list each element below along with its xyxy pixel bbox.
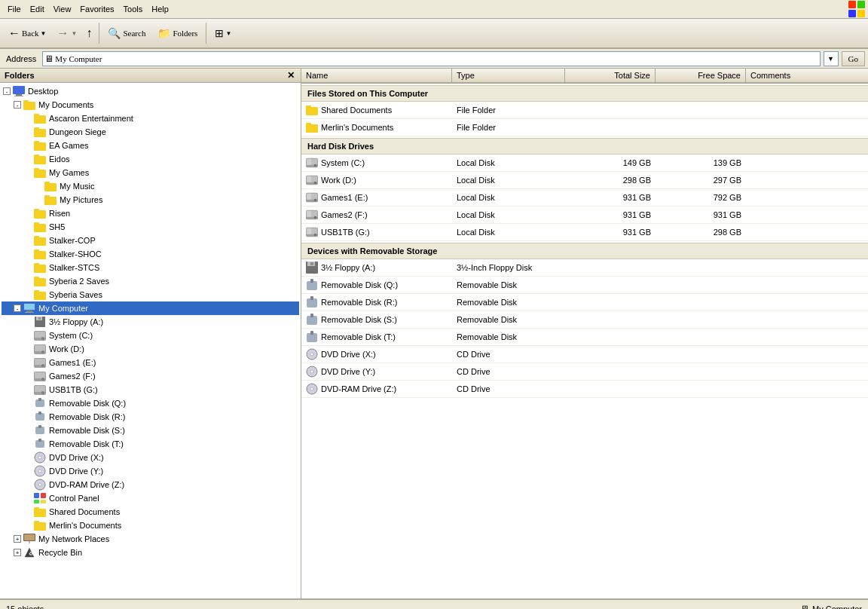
tree-item-usb1g[interactable]: USB1TB (G:) bbox=[2, 383, 299, 396]
svg-rect-82 bbox=[24, 534, 35, 540]
content-cell-totalsize: 931 GB bbox=[565, 210, 656, 220]
content-cell-totalsize bbox=[565, 388, 656, 390]
content-cell-name: Removable Disk (S:) bbox=[301, 313, 452, 326]
svg-rect-26 bbox=[34, 222, 39, 225]
tree-item-eagames[interactable]: EA Games bbox=[2, 139, 299, 152]
tree-item-desktop[interactable]: -Desktop bbox=[2, 84, 299, 98]
tree-item-stalkercop[interactable]: Stalker-COP bbox=[2, 234, 299, 247]
tree-label-sh5: SH5 bbox=[49, 222, 65, 231]
content-row[interactable]: Shared DocumentsFile Folder bbox=[301, 102, 868, 119]
tree-item-mynetwork[interactable]: +My Network Places bbox=[2, 532, 299, 546]
content-row[interactable]: DVD Drive (Y:)CD Drive bbox=[301, 363, 868, 381]
col-header-type[interactable]: Type bbox=[452, 69, 565, 82]
tree-label-controlpanel: Control Panel bbox=[49, 494, 99, 503]
col-header-comments[interactable]: Comments bbox=[746, 69, 868, 82]
content-cell-totalsize: 298 GB bbox=[565, 175, 656, 185]
tree-item-mycomp[interactable]: -My Computer bbox=[2, 301, 299, 315]
tree-item-mygames[interactable]: My Games bbox=[2, 166, 299, 179]
search-button[interactable]: 🔍 Search bbox=[102, 24, 151, 43]
content-row[interactable]: Removable Disk (S:)Removable Disk bbox=[301, 311, 868, 329]
content-row[interactable]: Removable Disk (Q:)Removable Disk bbox=[301, 277, 868, 294]
tree-item-risen[interactable]: Risen bbox=[2, 207, 299, 220]
content-row[interactable]: DVD Drive (X:)CD Drive bbox=[301, 346, 868, 363]
tree-item-remq[interactable]: Removable Disk (Q:) bbox=[2, 396, 299, 410]
section-header-hard-disk-drives: Hard Disk Drives bbox=[301, 138, 868, 155]
tree-item-shareddocs[interactable]: Shared Documents bbox=[2, 505, 299, 519]
content-row[interactable]: DVD-RAM Drive (Z:)CD Drive bbox=[301, 381, 868, 398]
tree-item-stalkershoc[interactable]: Stalker-SHOC bbox=[2, 247, 299, 261]
content-row[interactable]: Removable Disk (T:)Removable Disk bbox=[301, 329, 868, 346]
menu-help[interactable]: Help bbox=[147, 3, 173, 15]
svg-rect-51 bbox=[35, 359, 45, 365]
content-row[interactable]: Games2 (F:)Local Disk931 GB931 GB bbox=[301, 207, 868, 224]
tree-item-floppy[interactable]: 3½ Floppy (A:) bbox=[2, 315, 299, 329]
svg-rect-24 bbox=[34, 209, 39, 211]
content-row[interactable]: 3½ Floppy (A:)3½-Inch Floppy Disk bbox=[301, 259, 868, 277]
forward-button[interactable]: → ▼ bbox=[53, 23, 81, 43]
tree-item-stalkersts[interactable]: Stalker-STCS bbox=[2, 261, 299, 274]
menu-favorites[interactable]: Favorites bbox=[75, 3, 118, 15]
col-header-name[interactable]: Name bbox=[301, 69, 452, 82]
menu-file[interactable]: File bbox=[3, 3, 26, 15]
expand-btn-mycomp[interactable]: - bbox=[14, 304, 21, 312]
tree-item-merlindocs[interactable]: Merlin's Documents bbox=[2, 519, 299, 532]
content-cell-totalsize bbox=[565, 371, 656, 372]
tree-item-syberia[interactable]: Syberia Saves bbox=[2, 288, 299, 301]
content-cell-comments bbox=[746, 371, 868, 372]
tree-item-controlpanel[interactable]: Control Panel bbox=[2, 491, 299, 505]
up-button[interactable]: ↑ bbox=[82, 23, 96, 43]
menu-view[interactable]: View bbox=[49, 3, 76, 15]
content-cell-name: 3½ Floppy (A:) bbox=[301, 261, 452, 274]
tree-item-eidos[interactable]: Eidos bbox=[2, 152, 299, 166]
tree-label-ascaron: Ascaron Entertainment bbox=[49, 114, 133, 123]
content-row[interactable]: Games1 (E:)Local Disk931 GB792 GB bbox=[301, 189, 868, 207]
col-header-freespace[interactable]: Free Space bbox=[656, 69, 746, 82]
content-cell-type: Local Disk bbox=[452, 227, 565, 237]
expand-btn-mynetwork[interactable]: + bbox=[14, 535, 21, 543]
content-row[interactable]: Work (D:)Local Disk298 GB297 GB bbox=[301, 172, 868, 189]
menu-tools[interactable]: Tools bbox=[119, 3, 148, 15]
address-dropdown[interactable]: ▼ bbox=[824, 51, 839, 66]
tree-item-games1e[interactable]: Games1 (E:) bbox=[2, 356, 299, 369]
tree-item-games2f[interactable]: Games2 (F:) bbox=[2, 369, 299, 383]
tree-item-dvdy[interactable]: DVD Drive (Y:) bbox=[2, 464, 299, 478]
tree-item-sysc[interactable]: System (C:) bbox=[2, 329, 299, 342]
views-button[interactable]: ⊞ ▼ bbox=[209, 24, 237, 42]
tree-item-dvdx[interactable]: DVD Drive (X:) bbox=[2, 451, 299, 464]
content-cell-name: Games2 (F:) bbox=[301, 208, 452, 222]
tree-item-recycle[interactable]: +♻Recycle Bin bbox=[2, 546, 299, 559]
tree-label-syberia: Syberia Saves bbox=[49, 290, 102, 299]
tree-item-dungeon[interactable]: Dungeon Siege bbox=[2, 125, 299, 139]
content-cell-freespace bbox=[656, 267, 746, 268]
svg-rect-93 bbox=[307, 159, 311, 165]
tree-item-mypics[interactable]: My Pictures bbox=[2, 193, 299, 207]
folders-tree: -Desktop-My DocumentsAscaron Entertainme… bbox=[0, 83, 301, 598]
folders-button[interactable]: 📁 Folders bbox=[152, 24, 203, 43]
go-button[interactable]: Go bbox=[842, 51, 865, 66]
tree-item-ascaron[interactable]: Ascaron Entertainment bbox=[2, 112, 299, 125]
content-row[interactable]: Removable Disk (R:)Removable Disk bbox=[301, 294, 868, 311]
menu-edit[interactable]: Edit bbox=[26, 3, 49, 15]
tree-label-mymusic: My Music bbox=[60, 182, 94, 191]
back-button[interactable]: ← Back ▼ bbox=[3, 23, 52, 43]
tree-item-remr[interactable]: Removable Disk (R:) bbox=[2, 410, 299, 424]
tree-item-syberia2[interactable]: Syberia 2 Saves bbox=[2, 274, 299, 288]
content-row[interactable]: USB1TB (G:)Local Disk931 GB298 GB bbox=[301, 224, 868, 241]
content-row[interactable]: Merlin's DocumentsFile Folder bbox=[301, 119, 868, 136]
tree-item-mydocs[interactable]: -My Documents bbox=[2, 98, 299, 112]
folders-close-button[interactable]: ✕ bbox=[286, 70, 296, 81]
svg-text:♻: ♻ bbox=[29, 551, 33, 556]
tree-item-sh5[interactable]: SH5 bbox=[2, 220, 299, 234]
tree-item-remt[interactable]: Removable Disk (T:) bbox=[2, 437, 299, 451]
tree-item-dvdramz[interactable]: DVD-RAM Drive (Z:) bbox=[2, 478, 299, 491]
content-cell-type: File Folder bbox=[452, 122, 565, 133]
content-row[interactable]: System (C:)Local Disk149 GB139 GB bbox=[301, 155, 868, 172]
content-cell-name: DVD-RAM Drive (Z:) bbox=[301, 382, 452, 396]
expand-btn-mydocs[interactable]: - bbox=[14, 101, 21, 109]
col-header-totalsize[interactable]: Total Size bbox=[565, 69, 656, 82]
expand-btn-recycle[interactable]: + bbox=[14, 549, 21, 556]
tree-item-mymusic[interactable]: My Music bbox=[2, 179, 299, 193]
expand-btn-desktop[interactable]: - bbox=[3, 87, 11, 95]
tree-item-workd[interactable]: Work (D:) bbox=[2, 342, 299, 356]
tree-item-rems[interactable]: Removable Disk (S:) bbox=[2, 424, 299, 437]
